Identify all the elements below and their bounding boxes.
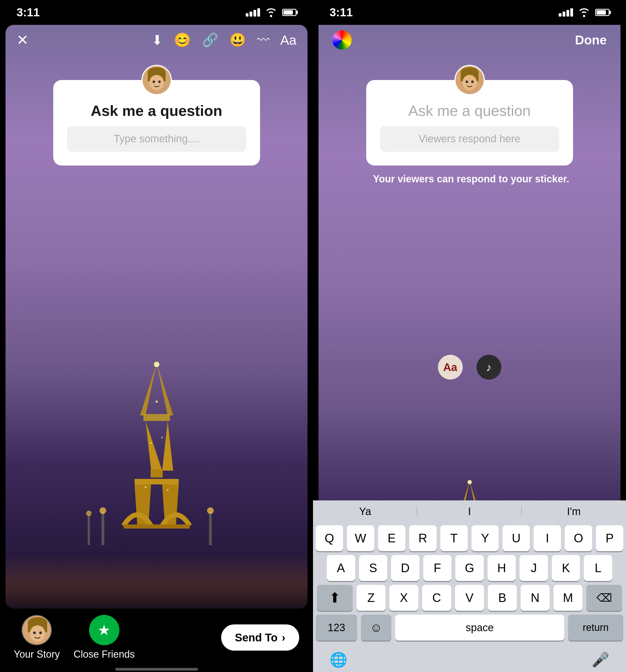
svg-marker-3 xyxy=(162,421,173,471)
svg-point-11 xyxy=(150,442,152,444)
right-status-bar: 3:11 xyxy=(313,0,626,25)
left-story-area: ✕ ⬇ 😊 🔗 😃 〰 Aa xyxy=(5,25,307,608)
key-p[interactable]: P xyxy=(596,525,623,551)
close-friends-item[interactable]: ★ Close Friends xyxy=(74,615,135,660)
text-icon[interactable]: Aa xyxy=(280,32,297,48)
right-status-icons xyxy=(559,8,609,17)
numbers-key[interactable]: 123 xyxy=(316,615,357,641)
key-k[interactable]: K xyxy=(552,555,580,581)
right-sticker-title: Ask me a question xyxy=(408,102,531,119)
download-icon[interactable]: ⬇ xyxy=(152,32,163,48)
right-battery-icon xyxy=(595,9,609,16)
battery-icon xyxy=(282,9,297,16)
key-c[interactable]: C xyxy=(422,585,451,611)
key-f[interactable]: F xyxy=(423,555,452,581)
squiggle-icon[interactable]: 〰 xyxy=(257,32,269,47)
svg-point-14 xyxy=(167,489,169,491)
svg-point-20 xyxy=(86,511,92,516)
sticker-avatar xyxy=(142,65,172,95)
keyboard-rows: Q W E R T Y U I O P A S D F G H J K xyxy=(313,523,626,647)
key-q[interactable]: Q xyxy=(316,525,343,551)
key-l[interactable]: L xyxy=(584,555,612,581)
svg-point-33 xyxy=(33,631,36,634)
return-key[interactable]: return xyxy=(568,615,623,641)
right-sticker-input[interactable]: Viewers respond here xyxy=(380,126,559,152)
sticker-question-title: Ask me a question xyxy=(91,102,222,119)
svg-rect-19 xyxy=(88,515,90,545)
key-i[interactable]: I xyxy=(534,525,561,551)
space-key[interactable]: space xyxy=(395,615,564,641)
right-toolbar: Done xyxy=(319,25,621,55)
left-toolbar: ✕ ⬇ 😊 🔗 😃 〰 Aa xyxy=(5,25,307,55)
key-n[interactable]: N xyxy=(521,585,550,611)
svg-rect-17 xyxy=(209,512,212,545)
emoji-key[interactable]: ☺ xyxy=(361,615,391,641)
key-m[interactable]: M xyxy=(553,585,582,611)
key-h[interactable]: H xyxy=(487,555,516,581)
svg-point-16 xyxy=(100,507,106,514)
close-friends-label: Close Friends xyxy=(74,649,135,660)
key-e[interactable]: E xyxy=(378,525,405,551)
key-u[interactable]: U xyxy=(502,525,530,551)
key-s[interactable]: S xyxy=(359,555,387,581)
left-status-bar: 3:11 xyxy=(0,0,313,25)
keyboard-bottom-bar: 🌐 🎤 xyxy=(313,647,626,672)
done-button[interactable]: Done xyxy=(575,32,607,47)
color-picker-button[interactable] xyxy=(332,30,352,50)
svg-point-26 xyxy=(152,80,155,83)
right-phone: 3:11 xyxy=(313,0,626,672)
key-d[interactable]: D xyxy=(391,555,420,581)
left-status-icons xyxy=(246,8,297,17)
globe-icon[interactable]: 🌐 xyxy=(329,651,348,668)
delete-key[interactable]: ⌫ xyxy=(586,585,622,611)
your-story-label: Your Story xyxy=(14,649,60,660)
key-w[interactable]: W xyxy=(347,525,374,551)
question-sticker-right: Ask me a question Viewers respond here Y… xyxy=(366,80,573,166)
svg-rect-5 xyxy=(134,479,179,484)
toolbar-actions: ⬇ 😊 🔗 😃 〰 Aa xyxy=(152,32,297,48)
key-a[interactable]: A xyxy=(327,555,355,581)
svg-rect-8 xyxy=(124,524,190,529)
viewer-note: Your viewers can respond to your sticker… xyxy=(373,173,566,185)
svg-point-25 xyxy=(149,75,164,90)
svg-rect-4 xyxy=(151,469,163,478)
sticker-icon[interactable]: 😃 xyxy=(229,32,246,48)
close-button-area[interactable]: ✕ xyxy=(17,32,29,48)
svg-point-27 xyxy=(158,80,160,83)
right-signal-icon xyxy=(559,8,573,17)
key-g[interactable]: G xyxy=(455,555,484,581)
keyboard-row-1: Q W E R T Y U I O P xyxy=(316,525,623,551)
emoji-add-icon[interactable]: 😊 xyxy=(174,32,191,48)
key-v[interactable]: V xyxy=(455,585,484,611)
story-tools-bar: Aa ♪ xyxy=(438,355,501,380)
close-friends-avatar: ★ xyxy=(89,615,119,645)
microphone-icon[interactable]: 🎤 xyxy=(592,651,609,668)
svg-marker-0 xyxy=(140,363,173,415)
predictive-word-2[interactable]: I xyxy=(417,506,522,518)
svg-rect-1 xyxy=(143,414,170,421)
key-b[interactable]: B xyxy=(488,585,517,611)
svg-point-51 xyxy=(471,80,474,83)
shift-key[interactable]: ⬆ xyxy=(317,585,353,611)
right-wifi-icon xyxy=(578,8,590,17)
predictive-word-3[interactable]: I'm xyxy=(522,506,626,518)
send-to-button[interactable]: Send To › xyxy=(221,625,299,651)
key-t[interactable]: T xyxy=(441,525,468,551)
music-button[interactable]: ♪ xyxy=(477,355,501,380)
predictive-word-1[interactable]: Ya xyxy=(313,506,417,518)
key-z[interactable]: Z xyxy=(356,585,385,611)
keyboard-row-2: A S D F G H J K L xyxy=(316,555,623,581)
key-x[interactable]: X xyxy=(390,585,418,611)
sticker-input-field[interactable]: Type something.... xyxy=(67,126,246,152)
aa-button[interactable]: Aa xyxy=(438,355,463,380)
key-o[interactable]: O xyxy=(565,525,592,551)
key-j[interactable]: J xyxy=(520,555,548,581)
key-r[interactable]: R xyxy=(409,525,436,551)
right-time: 3:11 xyxy=(329,6,353,19)
key-y[interactable]: Y xyxy=(472,525,499,551)
left-time: 3:11 xyxy=(17,6,40,19)
link-icon[interactable]: 🔗 xyxy=(202,32,219,48)
your-story-item[interactable]: Your Story xyxy=(14,615,60,660)
close-icon[interactable]: ✕ xyxy=(17,32,29,48)
svg-point-13 xyxy=(145,486,146,488)
